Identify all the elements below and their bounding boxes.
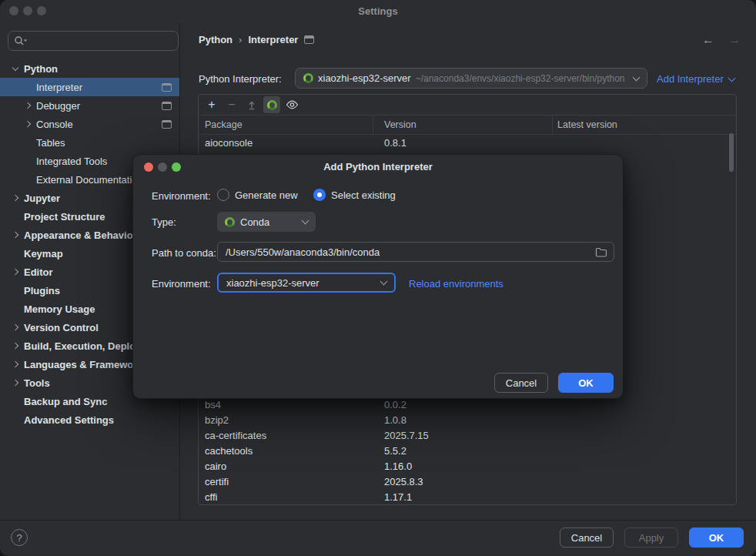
sidebar-item-label: Backup and Sync [24, 396, 107, 407]
table-row[interactable]: ca-certificates 2025.7.15 [199, 427, 736, 443]
conda-mode-toggle-icon[interactable] [263, 96, 280, 113]
open-in-window-icon[interactable] [162, 120, 172, 129]
type-select[interactable]: Conda [217, 212, 316, 232]
ok-button[interactable]: OK [689, 528, 744, 548]
chevron-right-icon [12, 380, 18, 386]
table-row[interactable]: cachetools 5.5.2 [199, 443, 736, 458]
path-to-conda-value: /Users/550w/anaconda3/bin/conda [226, 246, 595, 258]
sidebar-item-label: Plugins [24, 285, 60, 296]
package-name: certifi [199, 476, 378, 487]
remove-package-icon: − [223, 96, 240, 113]
cancel-button[interactable]: Cancel [560, 528, 614, 548]
reload-environments-link[interactable]: Reload environments [409, 278, 503, 290]
forward-arrow-icon: → [728, 33, 741, 47]
breadcrumb-python[interactable]: Python [199, 34, 232, 45]
package-version: 1.17.1 [378, 491, 557, 503]
sidebar-item-label: External Documentation [36, 174, 143, 186]
table-row[interactable]: bzip2 1.0.8 [199, 412, 736, 427]
path-to-conda-input[interactable]: /Users/550w/anaconda3/bin/conda [217, 242, 614, 262]
column-latest-version[interactable]: Latest version [557, 119, 617, 130]
sidebar-item-label: Version Control [24, 322, 99, 333]
add-interpreter-link[interactable]: Add Interpreter [657, 73, 734, 85]
folder-browse-icon[interactable] [595, 247, 607, 257]
breadcrumb-interpreter[interactable]: Interpreter [248, 34, 298, 45]
back-arrow-icon[interactable]: ← [702, 33, 714, 47]
show-early-releases-eye-icon[interactable] [283, 96, 300, 113]
column-divider[interactable] [552, 116, 553, 134]
table-row[interactable]: aioconsole 0.8.1 [199, 135, 736, 150]
package-version: 2025.8.3 [378, 476, 557, 487]
package-version: 0.8.1 [378, 137, 557, 149]
help-icon: ? [16, 532, 22, 544]
chevron-right-icon [12, 343, 18, 349]
titlebar: Settings [0, 0, 756, 23]
vertical-scrollbar[interactable] [729, 133, 734, 172]
chevron-down-icon [302, 217, 309, 225]
sidebar-item-debugger[interactable]: Debugger [0, 96, 179, 115]
add-interpreter-label: Add Interpreter [657, 73, 724, 85]
chevron-right-icon [25, 121, 31, 127]
upgrade-package-icon [243, 96, 260, 113]
interpreter-path: ~/anaconda3/envs/xiaozhi-esp32-server/bi… [416, 73, 629, 84]
breadcrumb: Python › Interpreter [199, 34, 314, 45]
type-value: Conda [240, 216, 297, 228]
apply-button: Apply [624, 528, 678, 548]
settings-window: Settings Python Interpreter Debugger Con… [0, 0, 756, 556]
add-package-icon[interactable]: + [203, 96, 220, 113]
table-row[interactable]: certifi 2025.8.3 [199, 474, 736, 489]
table-row[interactable]: cffi 1.17.1 [199, 489, 736, 504]
sidebar-item-label: Jupyter [24, 193, 60, 204]
package-version: 0.0.2 [378, 399, 557, 410]
dialog-title: Add Python Interpreter [133, 161, 623, 172]
package-version: 1.0.8 [378, 414, 557, 426]
package-table-header[interactable]: Package Version Latest version [199, 116, 736, 135]
interpreter-select[interactable]: xiaozhi-esp32-server ~/anaconda3/envs/xi… [295, 68, 647, 89]
sidebar-item-label: Advanced Settings [24, 414, 114, 426]
open-in-window-icon[interactable] [162, 83, 172, 92]
sidebar-item-label: Appearance & Behavior [24, 229, 137, 241]
environment-select[interactable]: xiaozhi-esp32-server [217, 273, 396, 293]
column-version[interactable]: Version [378, 119, 557, 130]
column-package[interactable]: Package [199, 119, 378, 130]
package-version: 5.5.2 [378, 445, 557, 457]
package-name: cffi [199, 491, 378, 503]
search-input[interactable] [8, 31, 179, 51]
interpreter-name: xiaozhi-esp32-server [318, 72, 411, 84]
sidebar-item-label: Tables [36, 137, 65, 149]
radio-label: Select existing [331, 189, 396, 201]
package-name: cairo [199, 461, 378, 472]
dialog-ok-button[interactable]: OK [558, 373, 614, 393]
sidebar-item-console[interactable]: Console [0, 115, 179, 133]
dialog-cancel-button[interactable]: Cancel [494, 373, 548, 393]
package-name: bzip2 [199, 414, 378, 426]
table-row[interactable]: cairo 1.16.0 [199, 458, 736, 474]
chevron-right-icon [12, 195, 18, 201]
chevron-right-icon [25, 102, 31, 109]
sidebar-item-label: Integrated Tools [36, 156, 107, 167]
radio-generate-new[interactable]: Generate new [217, 189, 298, 201]
radio-off-icon [217, 189, 229, 201]
sidebar-item-label: Interpreter [36, 82, 82, 93]
package-rows-bottom: bs4 0.0.2 bzip2 1.0.8 ca-certificates 20… [199, 397, 736, 504]
sidebar-item-tables[interactable]: Tables [0, 133, 179, 152]
sidebar-item-label: Editor [24, 266, 53, 278]
chevron-right-icon [12, 232, 18, 238]
type-label: Type: [152, 216, 176, 228]
help-button[interactable]: ? [11, 529, 28, 546]
footer-bar: ? Cancel Apply OK [0, 520, 756, 556]
package-name: bs4 [199, 399, 378, 410]
package-version: 1.16.0 [378, 461, 557, 472]
chevron-right-icon [12, 361, 18, 367]
column-divider[interactable] [373, 116, 373, 134]
open-in-window-icon[interactable] [304, 35, 314, 44]
table-row[interactable]: bs4 0.0.2 [199, 397, 736, 412]
sidebar-item-label: Memory Usage [24, 303, 95, 315]
chevron-down-icon [633, 73, 641, 81]
radio-select-existing[interactable]: Select existing [313, 189, 396, 201]
package-name: ca-certificates [199, 430, 378, 441]
radio-label: Generate new [235, 189, 298, 201]
open-in-window-icon[interactable] [162, 102, 172, 110]
sidebar-item-python[interactable]: Python [0, 59, 179, 78]
sidebar-item-advanced-settings[interactable]: Advanced Settings [0, 410, 179, 429]
sidebar-item-interpreter[interactable]: Interpreter [0, 78, 179, 96]
